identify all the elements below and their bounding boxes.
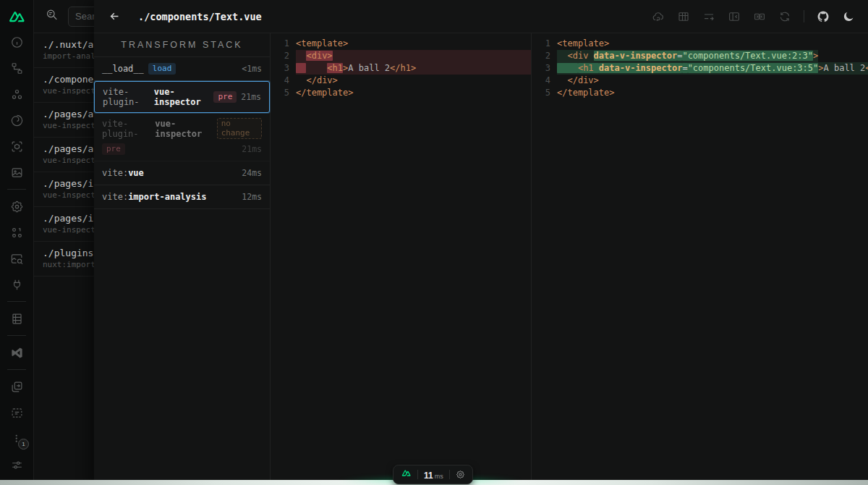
- pill-divider: [417, 470, 418, 479]
- code-line: 5</template>: [532, 87, 868, 99]
- line-number: 4: [532, 75, 557, 87]
- github-icon[interactable]: [817, 10, 830, 23]
- transform-stack-row[interactable]: vite:vue24ms: [94, 161, 270, 185]
- code-line: 4 </div>: [532, 75, 868, 87]
- detail-toolbar: [652, 10, 868, 23]
- line-number: 1: [532, 38, 557, 50]
- code-line: 3 <h1>A ball 2</h1>: [271, 62, 531, 75]
- code-line: 5</template>: [271, 87, 531, 99]
- cloud-icon[interactable]: [652, 10, 665, 23]
- line-number: 5: [271, 87, 296, 99]
- sidebar-item-inspect[interactable]: [4, 402, 30, 423]
- transform-stack-row[interactable]: __load__load<1ms: [94, 57, 270, 81]
- transform-time: 12ms: [242, 192, 262, 202]
- code-line: 4 </div>: [271, 75, 531, 87]
- sidebar-item-settings[interactable]: [4, 454, 30, 476]
- plugin-name-prefix: vite:: [102, 168, 128, 178]
- collapse-panel-icon[interactable]: [728, 10, 741, 23]
- sidebar-item-server-routes[interactable]: [4, 308, 30, 329]
- plugin-name-prefix: vite-plugin-: [103, 87, 154, 107]
- back-button[interactable]: [106, 7, 124, 25]
- sidebar-item-runtime-configs[interactable]: [4, 195, 30, 217]
- plugin-name: vue-inspector: [155, 119, 212, 139]
- sidebar-item-open-graph[interactable]: [4, 248, 30, 269]
- code-content: </template>: [296, 87, 531, 99]
- code-content: <template>: [296, 38, 531, 50]
- grid-view-icon[interactable]: [677, 10, 690, 23]
- line-number: 2: [532, 50, 557, 62]
- sidebar-divider: [7, 301, 26, 302]
- code-content: <div>: [296, 50, 531, 62]
- sidebar-item-assets[interactable]: [4, 161, 30, 183]
- dark-mode-moon-icon[interactable]: [842, 10, 855, 23]
- code-content: <div data-v-inspector="components/Text.v…: [557, 50, 818, 62]
- nuxt-logo-icon: [7, 0, 26, 29]
- sidebar-item-pages[interactable]: [4, 57, 30, 79]
- sidebar-item-imports[interactable]: [4, 109, 30, 131]
- sidebar-item-payload[interactable]: [4, 222, 30, 243]
- pill-divider: [449, 470, 450, 479]
- sidebar-item-more[interactable]: 1: [4, 428, 30, 450]
- transform-time: <1ms: [242, 64, 262, 74]
- transform-stack-list: __load__load<1msvite-plugin-vue-inspecto…: [94, 57, 270, 209]
- code-pane-after[interactable]: 1<template>2 <div data-v-inspector="comp…: [531, 33, 868, 485]
- detail-body: TRANSFORM STACK __load__load<1msvite-plu…: [94, 33, 868, 485]
- code-content: </div>: [296, 75, 531, 87]
- line-number: 3: [532, 62, 557, 75]
- code-content: <h1 data-v-inspector="components/Text.vu…: [557, 62, 868, 75]
- transform-stack-title: TRANSFORM STACK: [94, 33, 270, 57]
- plugin-name-prefix: vite-plugin-: [102, 119, 155, 139]
- code-content: <h1>A ball 2</h1>: [296, 62, 531, 75]
- badge-nochange: no change: [217, 118, 262, 139]
- sidebar-item-modules[interactable]: [4, 135, 30, 157]
- transform-stack-panel: TRANSFORM STACK __load__load<1msvite-plu…: [94, 33, 271, 485]
- badge-load: load: [148, 63, 176, 75]
- badge-pre: pre: [213, 91, 237, 103]
- search-filter-icon: [45, 8, 59, 25]
- devtools-frame: 1 ./.nuxt/appimport-analy./componentvue-…: [0, 0, 868, 485]
- transform-time: 21ms: [241, 92, 261, 102]
- code-line: 1<template>: [532, 38, 868, 50]
- line-number: 4: [271, 75, 296, 87]
- devtools-toggle-pill[interactable]: 11ms: [393, 465, 473, 484]
- sidebar-item-overview[interactable]: [4, 31, 30, 53]
- more-count-badge: 1: [18, 439, 29, 450]
- sidebar-item-plugins[interactable]: [4, 274, 30, 295]
- plugin-name: vue-inspector: [154, 87, 210, 107]
- side-by-side-icon[interactable]: [753, 10, 766, 23]
- transform-stack-row[interactable]: vite-plugin-vue-inspectorno changepre21m…: [94, 113, 270, 161]
- plugin-name: vue: [128, 168, 144, 178]
- code-content: </div>: [557, 75, 868, 87]
- transform-time: 24ms: [242, 168, 262, 178]
- code-line: 2 <div data-v-inspector="components/Text…: [532, 50, 868, 62]
- line-number: 1: [271, 38, 296, 50]
- transform-time: 21ms: [242, 144, 262, 154]
- line-number: 3: [271, 62, 296, 75]
- toolbar-divider: [804, 10, 804, 22]
- settings-gear-icon[interactable]: [456, 470, 465, 479]
- render-time: 11ms: [424, 468, 443, 481]
- sidebar-divider: [7, 369, 26, 370]
- code-content: </template>: [557, 87, 868, 99]
- plugin-name-prefix: vite:: [102, 192, 128, 202]
- transform-stack-row[interactable]: vite:import-analysis12ms: [94, 185, 270, 209]
- refresh-icon[interactable]: [778, 10, 791, 23]
- file-path: ./components/Text.vue: [138, 11, 262, 22]
- wrap-lines-icon[interactable]: [702, 10, 715, 23]
- plugin-name: import-analysis: [128, 192, 206, 202]
- detail-header: ./components/Text.vue: [94, 0, 868, 33]
- sidebar-item-vscode[interactable]: [4, 342, 30, 363]
- sidebar-divider: [7, 189, 26, 190]
- detail-panel: ./components/Text.vue TRANSFORM STACK __…: [94, 0, 868, 485]
- code-line: 1<template>: [271, 38, 531, 50]
- sidebar: 1: [0, 0, 34, 485]
- line-number: 2: [271, 50, 296, 62]
- sidebar-item-components[interactable]: [4, 83, 30, 105]
- badge-pre: pre: [102, 143, 125, 155]
- transform-stack-row[interactable]: vite-plugin-vue-inspectorpre21ms: [94, 81, 270, 113]
- sidebar-item-virtual-files[interactable]: [4, 376, 30, 397]
- plugin-name: __load__: [102, 64, 144, 74]
- line-number: 5: [532, 87, 557, 99]
- code-pane-before[interactable]: 1<template>2 <div>3 <h1>A ball 2</h1>4 <…: [271, 33, 531, 485]
- code-content: <template>: [557, 38, 868, 50]
